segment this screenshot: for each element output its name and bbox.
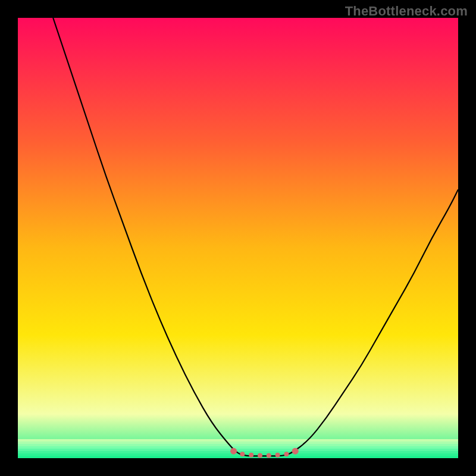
plateau-marker: [267, 453, 271, 458]
plateau-marker: [230, 448, 237, 455]
plateau-marker: [258, 453, 262, 458]
bottom-stripe: [18, 456, 458, 458]
bottom-stripe: [18, 441, 458, 444]
plateau-marker: [284, 452, 289, 456]
bottom-stripe-group: [18, 439, 458, 458]
bottom-stripe: [18, 453, 458, 456]
plateau-marker: [249, 453, 253, 458]
plateau-marker: [275, 453, 280, 458]
chart-container: TheBottleneck.com: [0, 0, 476, 476]
bottom-stripe: [18, 446, 458, 449]
plot-area: [18, 18, 458, 458]
gradient-background: [18, 18, 458, 458]
bottom-stripe: [18, 439, 458, 441]
watermark-text: TheBottleneck.com: [345, 4, 468, 19]
bottom-stripe: [18, 444, 458, 446]
plateau-marker: [240, 452, 245, 456]
bottom-stripe: [18, 449, 458, 451]
plateau-marker: [292, 448, 299, 455]
chart-svg: [18, 18, 458, 458]
